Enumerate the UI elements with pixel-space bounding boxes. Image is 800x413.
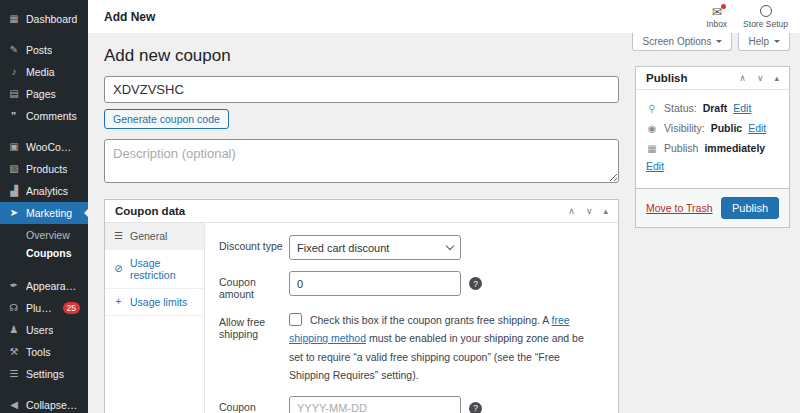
sidebar-item-label: Pages: [26, 88, 56, 100]
status-row: ⚲ Status: Draft Edit: [646, 102, 779, 114]
megaphone-icon: ➤: [8, 208, 20, 218]
sidebar-item-coupons[interactable]: Coupons: [0, 244, 88, 262]
inbox-icon: ✉: [712, 6, 722, 18]
move-up-icon[interactable]: ∧: [568, 207, 575, 216]
schedule-row: ▦ Publish immediately Edit: [646, 142, 779, 172]
status-pin-icon: ⚲: [646, 103, 658, 114]
status-label: Status:: [664, 102, 697, 114]
description-textarea[interactable]: [104, 139, 619, 183]
sidebar-item-overview[interactable]: Overview: [0, 226, 88, 244]
toggle-panel-icon[interactable]: ▴: [603, 207, 608, 216]
help-button[interactable]: Help: [738, 33, 790, 51]
coupon-amount-input[interactable]: [289, 271, 461, 296]
move-to-trash-link[interactable]: Move to Trash: [646, 202, 713, 214]
sidebar-item-pages[interactable]: ▤ Pages: [0, 83, 88, 105]
panel-controls: ∧ ∨ ▴: [739, 74, 779, 83]
tab-usage-limits[interactable]: + Usage limits: [105, 289, 204, 316]
move-up-icon[interactable]: ∧: [739, 74, 746, 83]
generate-coupon-code-button[interactable]: Generate coupon code: [104, 109, 229, 129]
screen-options-label: Screen Options: [642, 36, 711, 47]
users-icon: ♟: [8, 325, 20, 335]
store-setup-icon: [760, 5, 772, 17]
edit-coupon-page: Add new coupon Generate coupon code Coup…: [88, 33, 800, 413]
sidebar-item-dashboard[interactable]: ▦ Dashboard: [0, 8, 88, 30]
sidebar-item-posts[interactable]: ✎ Posts: [0, 39, 88, 61]
sidebar-item-analytics[interactable]: ▟ Analytics: [0, 180, 88, 202]
media-icon: ♪: [8, 67, 20, 77]
sidebar-item-plugins[interactable]: ☊ Plugins 25: [0, 297, 88, 319]
screen-meta-links: Screen Options Help: [632, 33, 790, 51]
sidebar-item-label: Analytics: [26, 185, 68, 197]
coupon-amount-row: Coupon amount ?: [219, 271, 604, 300]
sidebar-item-users[interactable]: ♟ Users: [0, 319, 88, 341]
store-setup-button[interactable]: Store Setup: [743, 5, 788, 29]
sidebar-item-label: Marketing: [26, 207, 72, 219]
inbox-button[interactable]: ✉ Inbox: [706, 6, 727, 29]
edit-schedule-link[interactable]: Edit: [646, 160, 664, 172]
sidebar-item-marketing[interactable]: ➤ Marketing: [0, 202, 88, 224]
wordpress-admin: ▦ Dashboard ✎ Posts ♪ Media ▤ Pages ❞ Co…: [0, 0, 800, 413]
coupon-expiry-row: Coupon expiry date ?: [219, 396, 604, 413]
sidebar-item-label: Appearance: [26, 280, 80, 292]
discount-type-label: Discount type: [219, 235, 285, 252]
tab-label: Usage restriction: [130, 257, 196, 281]
publish-panel-header: Publish ∧ ∨ ▴: [636, 67, 789, 90]
help-label: Help: [748, 36, 769, 47]
plus-icon: +: [113, 297, 124, 307]
publish-panel: Publish ∧ ∨ ▴ ⚲ Status: Draft Edit: [635, 66, 790, 228]
sidebar-item-woocommerce[interactable]: ▣ WooCommerce: [0, 136, 88, 158]
sidebar-item-media[interactable]: ♪ Media: [0, 61, 88, 83]
coupon-code-input[interactable]: [104, 76, 619, 103]
coupon-expiry-input[interactable]: [289, 396, 461, 413]
collapse-arrow-icon: ◀: [8, 400, 20, 410]
coupon-amount-label: Coupon amount: [219, 271, 285, 300]
marketing-submenu: Overview Coupons: [0, 224, 88, 266]
products-icon: ▧: [8, 164, 20, 174]
coupon-data-tabs: ☰ General ⊘ Usage restriction + Usage li…: [105, 223, 205, 413]
coupon-data-panel: Coupon data ∧ ∨ ▴ ☰ General: [104, 199, 619, 413]
sidebar-item-label: Tools: [26, 346, 51, 358]
sidebar-item-label: Posts: [26, 44, 52, 56]
appearance-icon: ✒: [8, 281, 20, 291]
plugin-icon: ☊: [8, 303, 20, 313]
help-tip-icon[interactable]: ?: [469, 402, 482, 413]
sidebar-item-products[interactable]: ▧ Products: [0, 158, 88, 180]
help-tip-icon[interactable]: ?: [469, 277, 482, 290]
sidebar-item-label: Comments: [26, 110, 77, 122]
store-setup-label: Store Setup: [743, 19, 788, 29]
edit-status-link[interactable]: Edit: [733, 102, 751, 114]
publish-column: Publish ∧ ∨ ▴ ⚲ Status: Draft Edit: [635, 66, 790, 228]
free-shipping-checkbox[interactable]: [289, 313, 302, 326]
collapse-menu-button[interactable]: ◀ Collapse menu: [0, 394, 88, 413]
panel-controls: ∧ ∨ ▴: [568, 207, 608, 216]
tab-general[interactable]: ☰ General: [105, 223, 204, 250]
sidebar-item-settings[interactable]: ☰ Settings: [0, 363, 88, 385]
sidebar-item-tools[interactable]: ⚒ Tools: [0, 341, 88, 363]
publish-button[interactable]: Publish: [721, 197, 779, 219]
sidebar-item-label: Plugins: [26, 302, 53, 314]
move-down-icon[interactable]: ∨: [586, 207, 593, 216]
toggle-panel-icon[interactable]: ▴: [774, 74, 779, 83]
coupon-expiry-label: Coupon expiry date: [219, 396, 285, 413]
sidebar-item-label: WooCommerce: [26, 141, 80, 153]
sidebar-item-comments[interactable]: ❞ Comments: [0, 105, 88, 127]
screen-options-button[interactable]: Screen Options: [632, 33, 732, 51]
sidebar-item-appearance[interactable]: ✒ Appearance: [0, 275, 88, 297]
analytics-icon: ▟: [8, 186, 20, 196]
tab-usage-restriction[interactable]: ⊘ Usage restriction: [105, 250, 204, 289]
move-down-icon[interactable]: ∨: [757, 74, 764, 83]
notification-dot: [721, 4, 726, 9]
eye-icon: ◉: [646, 123, 658, 134]
admin-topbar: Add New ✉ Inbox Store Setup: [88, 0, 800, 33]
tools-icon: ⚒: [8, 347, 20, 357]
discount-type-select[interactable]: Fixed cart discount: [289, 235, 461, 260]
page-title: Add new coupon: [104, 46, 619, 66]
woocommerce-icon: ▣: [8, 142, 20, 152]
status-value: Draft: [703, 102, 728, 114]
edit-visibility-link[interactable]: Edit: [748, 122, 766, 134]
free-shipping-label: Allow free shipping: [219, 311, 285, 340]
comments-icon: ❞: [8, 111, 20, 121]
chevron-down-icon: [774, 40, 780, 46]
pages-icon: ▤: [8, 89, 20, 99]
free-shipping-text-pre: Check this box if the coupon grants free…: [310, 314, 552, 326]
